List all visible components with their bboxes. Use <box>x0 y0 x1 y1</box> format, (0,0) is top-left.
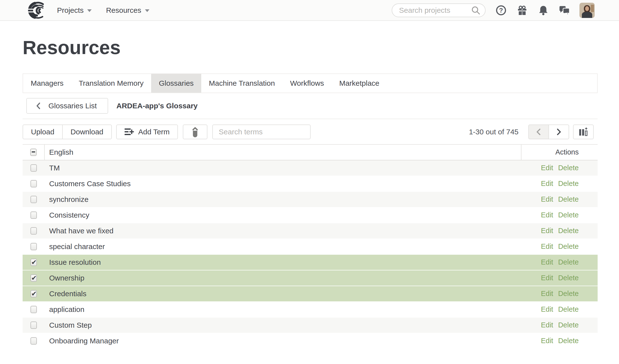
delete-selected-button[interactable] <box>183 125 207 139</box>
edit-link[interactable]: Edit <box>541 337 553 345</box>
row-checkbox-cell <box>23 176 45 191</box>
delete-link[interactable]: Delete <box>558 274 579 282</box>
edit-link[interactable]: Edit <box>541 274 553 282</box>
row-checkbox[interactable] <box>30 243 37 250</box>
row-checkbox-cell <box>23 208 45 223</box>
row-checkbox-cell <box>23 302 45 317</box>
edit-link[interactable]: Edit <box>541 305 553 313</box>
nav-right-cluster: ? <box>392 3 595 18</box>
next-page-button[interactable] <box>549 125 569 139</box>
edit-link[interactable]: Edit <box>541 258 553 266</box>
edit-link[interactable]: Edit <box>541 211 553 219</box>
delete-link[interactable]: Delete <box>558 180 579 188</box>
chevron-left-icon <box>36 102 41 110</box>
delete-link[interactable]: Delete <box>558 227 579 235</box>
row-checkbox[interactable] <box>30 227 37 235</box>
delete-link[interactable]: Delete <box>558 321 579 329</box>
delete-link[interactable]: Delete <box>558 337 579 345</box>
nav-menu-resources[interactable]: Resources <box>106 6 149 14</box>
select-all-checkbox[interactable] <box>30 149 37 156</box>
table-row[interactable]: synchronize Edit Delete <box>23 192 598 208</box>
table-header-row: English Actions <box>23 144 598 160</box>
row-checkbox[interactable] <box>30 180 37 187</box>
edit-link[interactable]: Edit <box>541 290 553 298</box>
delete-link[interactable]: Delete <box>558 290 579 298</box>
tab-managers[interactable]: Managers <box>23 74 71 93</box>
gift-icon[interactable] <box>517 5 528 16</box>
table-row[interactable]: special character Edit Delete <box>23 239 598 255</box>
upload-download-group: Upload Download <box>23 125 112 139</box>
tab-marketplace[interactable]: Marketplace <box>331 74 387 93</box>
delete-link[interactable]: Delete <box>558 211 579 219</box>
row-checkbox[interactable] <box>30 164 37 172</box>
table-row[interactable]: What have we fixed Edit Delete <box>23 223 598 239</box>
row-checkbox[interactable] <box>30 196 37 203</box>
tab-glossaries[interactable]: Glossaries <box>151 74 201 93</box>
edit-link[interactable]: Edit <box>541 180 553 188</box>
edit-link[interactable]: Edit <box>541 321 553 329</box>
avatar[interactable] <box>579 3 595 18</box>
term-column-header: English <box>45 145 521 160</box>
tab-workflows[interactable]: Workflows <box>283 74 332 93</box>
nav-menu-projects[interactable]: Projects <box>57 6 92 14</box>
edit-link[interactable]: Edit <box>541 164 553 172</box>
previous-page-button[interactable] <box>528 125 549 139</box>
row-checkbox[interactable] <box>30 274 37 282</box>
delete-link[interactable]: Delete <box>558 258 579 266</box>
table-row[interactable]: Credentials Edit Delete <box>23 286 598 302</box>
term-text: special character <box>45 239 521 254</box>
row-actions: Edit Delete <box>521 255 598 270</box>
help-icon[interactable]: ? <box>495 5 507 16</box>
row-checkbox-cell <box>23 318 45 333</box>
actions-column-header: Actions <box>521 145 598 160</box>
table-row[interactable]: Custom Step Edit Delete <box>23 318 598 333</box>
edit-link[interactable]: Edit <box>541 242 553 251</box>
table-row[interactable]: Issue resolution Edit Delete <box>23 255 598 270</box>
search-icon[interactable] <box>471 5 481 15</box>
row-actions: Edit Delete <box>521 208 598 223</box>
tab-machine-translation[interactable]: Machine Translation <box>201 74 282 93</box>
pagination-count: 1-30 out of 745 <box>469 128 518 136</box>
table-row[interactable]: Consistency Edit Delete <box>23 208 598 223</box>
table-row[interactable]: Customers Case Studies Edit Delete <box>23 176 598 192</box>
delete-link[interactable]: Delete <box>558 242 579 251</box>
add-term-icon <box>125 127 134 136</box>
table-row[interactable]: Ownership Edit Delete <box>23 270 598 286</box>
row-actions: Edit Delete <box>521 176 598 191</box>
chat-icon[interactable] <box>559 5 570 16</box>
row-checkbox[interactable] <box>30 211 37 219</box>
delete-link[interactable]: Delete <box>558 164 579 172</box>
upload-button[interactable]: Upload <box>23 125 62 139</box>
row-checkbox[interactable] <box>30 306 37 313</box>
row-actions: Edit Delete <box>521 318 598 333</box>
wave-logo[interactable] <box>24 1 44 19</box>
row-checkbox[interactable] <box>30 337 37 345</box>
table-row[interactable]: Onboarding Manager Edit Delete <box>23 333 598 349</box>
table-row[interactable]: application Edit Delete <box>23 302 598 318</box>
back-to-glossaries-button[interactable]: Glossaries List <box>26 98 108 114</box>
glossary-name: ARDEA-app's Glossary <box>116 102 198 110</box>
table-body: TM Edit Delete Customers Case Studies Ed… <box>23 160 598 349</box>
term-text: Credentials <box>45 286 521 301</box>
add-term-button[interactable]: Add Term <box>116 125 178 139</box>
pager <box>528 125 569 139</box>
manage-columns-button[interactable] <box>573 125 594 139</box>
delete-link[interactable]: Delete <box>558 195 579 203</box>
search-terms-input[interactable] <box>212 125 311 139</box>
table-row[interactable]: TM Edit Delete <box>23 160 598 176</box>
edit-link[interactable]: Edit <box>541 227 553 235</box>
row-checkbox[interactable] <box>30 259 37 266</box>
row-checkbox[interactable] <box>30 322 37 329</box>
row-checkbox[interactable] <box>30 290 37 297</box>
download-button[interactable]: Download <box>62 125 112 139</box>
term-text: Issue resolution <box>45 255 521 270</box>
row-checkbox-cell <box>23 223 45 238</box>
search-projects-input[interactable] <box>399 6 471 14</box>
edit-link[interactable]: Edit <box>541 195 553 203</box>
bell-icon[interactable] <box>538 5 549 16</box>
delete-link[interactable]: Delete <box>558 305 579 313</box>
chevron-down-icon <box>145 9 149 12</box>
tab-translation-memory[interactable]: Translation Memory <box>71 74 151 93</box>
nav-menu-resources-label: Resources <box>106 6 141 14</box>
columns-icon <box>578 127 589 137</box>
